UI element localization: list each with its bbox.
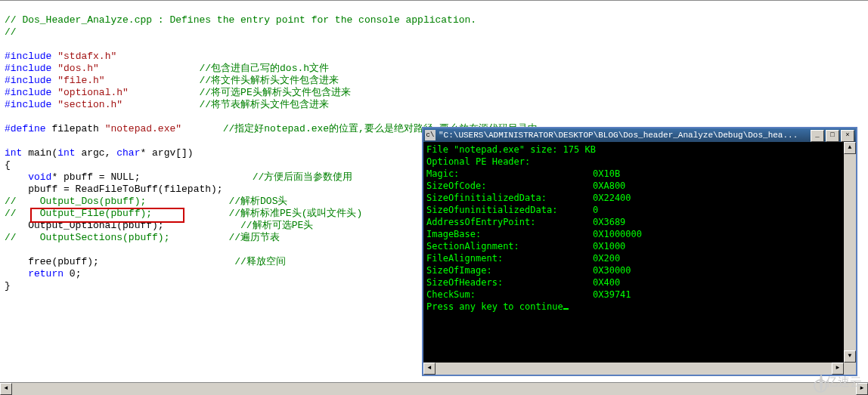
comment: //方便后面当参数使用	[253, 171, 353, 183]
string: "stdafx.h"	[57, 51, 116, 62]
console-output: File "notepad.exe" size: 175 KBOptional …	[423, 142, 856, 314]
console-row: SizeOfinitializedData:0X22400	[426, 192, 853, 204]
console-row: SizeOfImage:0X30000	[426, 264, 853, 276]
comment: //包含进自己写的dos.h文件	[199, 63, 329, 74]
console-row: FileAlignment:0X200	[426, 252, 853, 264]
maximize-button[interactable]: □	[826, 130, 839, 142]
console-row: SizeOfHeaders:0X400	[426, 276, 853, 289]
editor-hscroll[interactable]: ◄ ►	[0, 382, 868, 395]
console-row: SizeOfuninitializedData:0	[426, 204, 853, 216]
console-row: SectionAlignment:0X1000	[426, 240, 853, 252]
comment: // Output_File(pbuff);	[5, 208, 152, 219]
keyword: return	[28, 268, 64, 279]
string: "dos.h"	[57, 63, 99, 74]
preproc: #define	[5, 123, 46, 134]
scroll-up-button[interactable]: ▲	[844, 142, 856, 154]
close-button[interactable]: ×	[841, 130, 854, 142]
comment: // Output_Dos(pbuff);	[5, 196, 146, 207]
string: "section.h"	[57, 99, 122, 110]
scroll-corner	[844, 363, 856, 375]
console-window[interactable]: c\ "C:\USERS\ADMINISTRATOR\DESKTOP\BLOG\…	[422, 127, 857, 376]
console-hscroll[interactable]: ◄ ►	[423, 363, 844, 375]
console-titlebar[interactable]: c\ "C:\USERS\ADMINISTRATOR\DESKTOP\BLOG\…	[423, 128, 856, 142]
console-vscroll[interactable]: ▲ ▼	[844, 142, 856, 363]
scroll-down-button[interactable]: ▼	[844, 350, 856, 363]
active-call: Output_Optional(pbuff);	[5, 220, 164, 231]
keyword: int	[5, 147, 22, 159]
preproc: #include	[5, 75, 51, 86]
string: "optional.h"	[57, 87, 129, 98]
comment: //	[5, 26, 17, 38]
string: "file.h"	[57, 75, 104, 86]
preproc: #include	[5, 87, 51, 98]
preproc: #include	[5, 51, 51, 62]
keyword: void	[28, 171, 51, 183]
macro: filepath	[51, 123, 98, 134]
comment: //将文件头解析头文件包含进来	[199, 75, 339, 86]
comment: //将可选PE头解析头文件包含进来	[199, 87, 350, 98]
minimize-button[interactable]: _	[811, 130, 824, 142]
console-row: AddressOfEntryPoint:0X3689	[426, 216, 853, 228]
comment: // OutputSections(pbuff);	[5, 232, 169, 243]
console-row: Magic:0X10B	[426, 168, 853, 180]
watermark: 亿速云	[820, 375, 862, 390]
console-title-text: "C:\USERS\ADMINISTRATOR\DESKTOP\BLOG\Dos…	[439, 131, 798, 140]
comment: //将节表解析头文件包含进来	[199, 99, 329, 110]
preproc: #include	[5, 63, 51, 74]
cursor-icon	[563, 308, 569, 310]
string: "notepad.exe"	[105, 123, 181, 134]
cmd-icon: c\	[425, 130, 436, 140]
scroll-left-button[interactable]: ◄	[0, 383, 12, 395]
scroll-left-button[interactable]: ◄	[423, 363, 436, 375]
console-row: ImageBase:0X1000000	[426, 228, 853, 240]
comment: // Dos_Header_Analyze.cpp : Defines the …	[5, 14, 476, 26]
scroll-right-button[interactable]: ►	[832, 363, 844, 375]
preproc: #include	[5, 99, 51, 110]
console-row: CheckSum:0X39741	[426, 289, 853, 301]
console-row: SizeOfCode:0XA800	[426, 180, 853, 192]
